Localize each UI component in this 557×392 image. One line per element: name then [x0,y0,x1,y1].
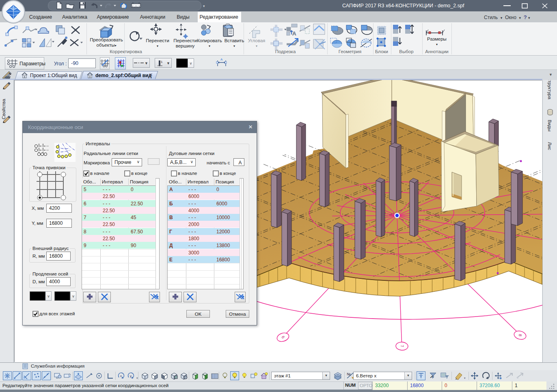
svg-text:x: x [120,374,122,378]
svg-text:1: 1 [161,60,163,64]
svg-text:A: A [292,30,296,37]
svg-text:№: № [347,372,351,376]
svg-text:A: A [220,58,223,61]
svg-text:y: y [130,374,132,378]
